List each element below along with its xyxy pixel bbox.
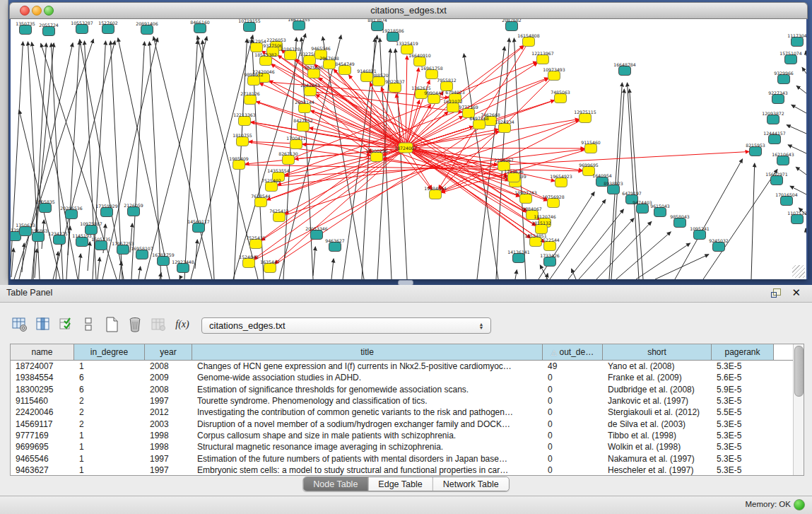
graph-node-yellow[interactable]: 19756928 [542, 194, 565, 208]
graph-node-teal[interactable]: 10553287 [71, 21, 93, 34]
float-panel-icon[interactable] [771, 288, 781, 298]
close-panel-icon[interactable]: ✕ [792, 286, 801, 299]
table-cell[interactable]: 9777169 [11, 431, 74, 440]
table-cell[interactable]: 1998 [145, 442, 192, 452]
table-cell[interactable]: 1 [74, 454, 145, 464]
graph-node-yellow[interactable]: 2522544 [540, 238, 560, 251]
graph-node-teal[interactable]: 16648784 [613, 62, 636, 76]
graph-node-yellow[interactable]: 8427552 [293, 118, 313, 132]
table-cell[interactable]: 5.3E-5 [712, 465, 774, 475]
table-row[interactable]: 946554611997Estimation of the future num… [11, 452, 793, 464]
table-cell[interactable]: 0 [543, 385, 603, 395]
table-cell[interactable]: 0 [543, 419, 603, 429]
graph-node-teal[interactable]: 9615043 [650, 204, 670, 217]
table-cell[interactable]: Wolkin et al. (1998) [603, 442, 712, 452]
graph-node-yellow[interactable]: 18907243 [514, 190, 537, 204]
graph-node-teal[interactable]: 12342757 [48, 231, 71, 245]
table-row[interactable]: 977716911998Corpus callosum shape and si… [11, 430, 793, 441]
graph-node-yellow[interactable]: 1810755 [233, 133, 252, 146]
table-cell[interactable]: 5.5E-5 [712, 407, 774, 417]
table-cell[interactable]: 2 [74, 419, 145, 429]
table-cell[interactable]: 5.3E-5 [712, 431, 774, 440]
graph-node-yellow[interactable]: 7525413 [246, 235, 266, 249]
tab-edge-table[interactable]: Edge Table [367, 477, 432, 491]
table-cell[interactable]: 0 [543, 442, 603, 452]
table-cell[interactable]: 49 [543, 361, 603, 371]
table-cell[interactable]: 1997 [145, 454, 192, 464]
table-cell[interactable]: 9699695 [11, 442, 74, 452]
graph-node-teal[interactable]: 1095241 [690, 226, 710, 240]
table-cell[interactable]: 18300295 [11, 385, 74, 395]
graph-node-teal[interactable]: 12444157 [763, 131, 786, 144]
graph-node-teal[interactable]: 17016504 [775, 192, 798, 206]
graph-node-yellow[interactable]: 8267130 [278, 151, 298, 165]
graph-node-teal[interactable]: 12923448 [172, 259, 194, 273]
table-cell[interactable]: 2008 [145, 361, 192, 371]
table-cell[interactable]: 0 [543, 465, 603, 475]
graph-node-teal[interactable]: 2087682 [502, 19, 522, 31]
graph-node-teal[interactable]: 9245032 [709, 238, 729, 252]
table-cell[interactable]: 18724007 [11, 361, 74, 371]
table-row[interactable]: 1938455462009Genome-wide association stu… [11, 372, 793, 383]
table-cell[interactable]: 6 [74, 373, 145, 382]
table-row[interactable]: 2242004622012Investigating the contribut… [11, 407, 793, 418]
graph-node-teal[interactable]: 9474403 [632, 200, 652, 214]
network-canvas[interactable]: 1872400713325419166409101696175879558121… [9, 19, 808, 279]
table-cell[interactable]: 0 [543, 431, 603, 440]
column-header-out_de[interactable]: △out_de… [543, 344, 603, 360]
table-cell[interactable]: 0 [543, 396, 603, 406]
graph-node-teal[interactable]: 9329966 [774, 71, 794, 84]
new-table-icon[interactable] [102, 315, 122, 334]
graph-node-teal[interactable]: 2126059 [124, 203, 143, 216]
graph-node-teal[interactable]: 1733426 [540, 253, 560, 267]
select-columns-icon[interactable] [57, 315, 76, 334]
table-row[interactable]: 946362711997Embryonic stem cells: a mode… [11, 465, 793, 476]
scrollbar-thumb[interactable] [794, 346, 804, 397]
table-cell[interactable]: 5.3E-5 [712, 419, 774, 429]
table-cell[interactable]: 1998 [145, 431, 192, 440]
table-cell[interactable]: 9465546 [11, 454, 74, 464]
table-cell[interactable]: Embryonic stem cells: a model to study s… [192, 465, 543, 475]
graph-node-yellow[interactable]: 12213363 [233, 112, 256, 126]
table-select-dropdown[interactable]: citations_edges.txt ▲▼ [201, 317, 491, 334]
column-header-in_degree[interactable]: in_degree [74, 344, 145, 360]
table-cell[interactable]: 5.3E-5 [712, 361, 774, 371]
table-cell[interactable]: 5.3E-5 [712, 396, 774, 406]
graph-node-teal[interactable]: 9858043 [670, 214, 690, 228]
table-cell[interactable]: 2 [74, 407, 145, 417]
graph-node-teal[interactable]: 17359929 [95, 204, 118, 217]
table-cell[interactable]: 2003 [145, 419, 192, 429]
citation-network-graph[interactable]: 1872400713325419166409101696175879558121… [11, 19, 806, 279]
graph-node-teal[interactable]: 16671355 [288, 19, 310, 30]
table-cell[interactable]: 14569117 [11, 419, 74, 429]
table-cell[interactable]: Stergiakouli et al. (2012) [603, 407, 712, 417]
table-cell[interactable]: 2 [74, 396, 145, 406]
graph-node-yellow[interactable]: 8454749 [335, 62, 355, 75]
graph-node-teal[interactable]: 8466160 [190, 20, 210, 33]
network-view-window[interactable]: citations_edges.txt 18724007133254191664… [9, 2, 808, 279]
graph-node-yellow[interactable]: 16154808 [517, 33, 540, 47]
table-cell[interactable]: Corpus callosum shape and size in male p… [192, 431, 543, 440]
table-cell[interactable]: 1997 [145, 396, 192, 406]
table-cell[interactable]: Estimation of significance thresholds fo… [192, 385, 543, 395]
graph-node-teal[interactable]: 12093872 [762, 111, 784, 124]
table-row[interactable]: 1872400712008Changes of HCN gene express… [11, 361, 793, 372]
graph-node-teal[interactable]: 20891406 [136, 21, 158, 35]
graph-node-teal[interactable]: 16210643 [772, 152, 794, 165]
table-cell[interactable]: 1 [74, 442, 145, 452]
graph-node-teal[interactable]: 2055724 [39, 23, 59, 36]
table-cell[interactable]: 9463627 [11, 465, 74, 475]
graph-node-teal[interactable]: 1117304 [787, 33, 806, 47]
graph-node-teal[interactable]: 16782759 [152, 252, 175, 266]
graph-node-teal[interactable]: 15692971 [765, 172, 788, 185]
graph-node-teal[interactable]: 1527602 [98, 21, 118, 34]
table-cell[interactable]: 0 [543, 407, 603, 417]
graph-node-yellow[interactable]: 16640910 [408, 53, 431, 66]
column-header-year[interactable]: year [145, 344, 192, 360]
column-header-short[interactable]: short [603, 344, 712, 360]
table-cell[interactable]: 2012 [145, 407, 192, 417]
graph-node-teal[interactable]: 1107533 [787, 211, 806, 224]
graph-node-yellow[interactable]: 1524843 [239, 255, 259, 268]
table-row[interactable]: 1456911722003Disruption of a novel membe… [11, 418, 793, 429]
graph-node-teal[interactable]: 14569117 [187, 219, 210, 233]
